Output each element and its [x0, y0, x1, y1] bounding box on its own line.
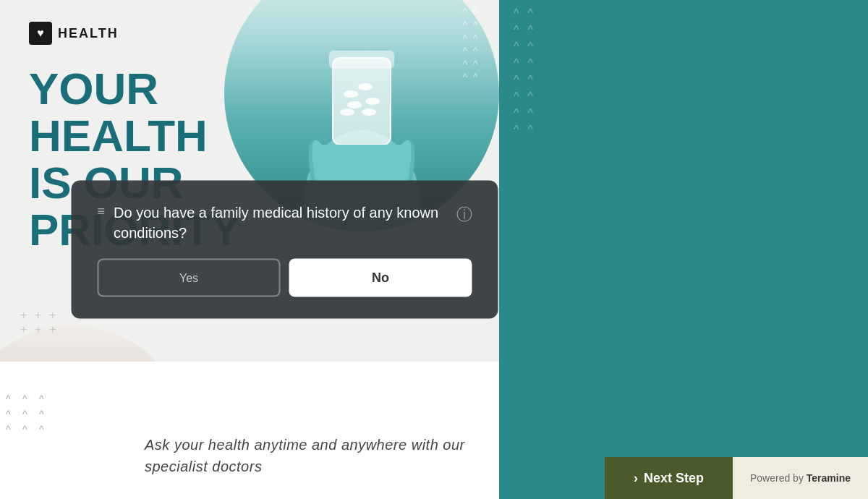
logo: ♥ HEALTH	[29, 22, 119, 45]
powered-by-prefix: Powered by	[750, 472, 804, 484]
svg-text:+: +	[49, 323, 56, 336]
next-step-label: Next Step	[644, 471, 704, 486]
svg-point-7	[340, 108, 354, 116]
no-button[interactable]: No	[289, 259, 472, 297]
svg-rect-2	[329, 51, 394, 69]
logo-icon: ♥	[29, 22, 52, 45]
svg-point-5	[347, 101, 362, 108]
logo-text: HEALTH	[58, 26, 119, 41]
svg-point-4	[358, 83, 373, 90]
svg-text:+: +	[20, 309, 27, 321]
chevron-pattern-top: ^^ ^^ ^^ ^^ ^^ ^^	[441, 0, 499, 145]
white-bottom-area	[0, 362, 499, 499]
powered-by-brand: Teramine	[807, 472, 851, 484]
tagline-text: Ask your health anytime and anywhere wit…	[145, 434, 477, 477]
right-panel: ^ ^ ^ ^ ^ ^ ^ ^ ^ ^ ^ ^ ^ ^ ^ ^	[499, 0, 868, 499]
next-step-button[interactable]: › Next Step	[605, 457, 733, 499]
hero-line-1: YOUR	[29, 65, 241, 112]
svg-point-6	[365, 98, 380, 105]
svg-rect-1	[333, 58, 391, 145]
question-text: Do you have a family medical history of …	[114, 202, 456, 243]
answer-buttons: Yes No	[98, 259, 472, 297]
info-icon[interactable]: ⓘ	[456, 204, 472, 226]
hero-line-2: HEALTH	[29, 112, 241, 159]
svg-point-3	[344, 90, 358, 98]
svg-text:+: +	[49, 309, 56, 321]
plus-decorations: + + + + + +	[20, 308, 64, 340]
heart-icon: ♥	[37, 27, 44, 40]
svg-text:+: +	[35, 323, 41, 336]
tagline-area: Ask your health anytime and anywhere wit…	[145, 434, 477, 477]
bottom-bar: › Next Step Powered by Teramine	[605, 457, 868, 499]
svg-text:+: +	[20, 323, 27, 336]
card-header-left: ≡ Do you have a family medical history o…	[98, 202, 456, 243]
right-chevrons: ^ ^ ^ ^ ^ ^ ^ ^ ^ ^ ^ ^ ^ ^ ^ ^	[514, 7, 533, 137]
powered-by-badge: Powered by Teramine	[733, 457, 868, 499]
svg-point-8	[362, 108, 376, 116]
next-step-arrow: ›	[634, 471, 638, 486]
bottom-chevrons: ^ ^ ^ ^ ^ ^ ^ ^ ^	[0, 388, 58, 441]
yes-button[interactable]: Yes	[98, 259, 281, 297]
filter-icon: ≡	[98, 204, 106, 219]
card-header: ≡ Do you have a family medical history o…	[98, 202, 472, 243]
question-card: ≡ Do you have a family medical history o…	[72, 181, 498, 319]
svg-text:+: +	[35, 309, 41, 321]
